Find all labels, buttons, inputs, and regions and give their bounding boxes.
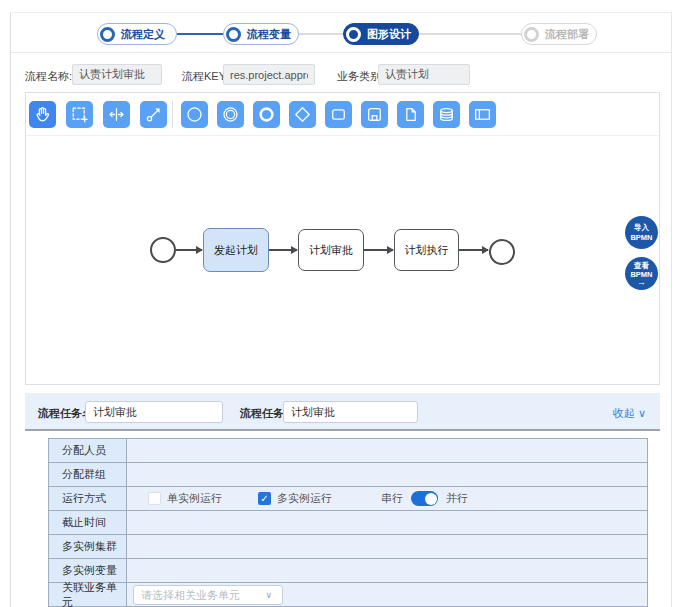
- sequence-flow-arrow[interactable]: [176, 249, 202, 251]
- bpmn-canvas-panel: 发起计划 计划审批 计划执行 导入 BPMN 查看 BPMN →: [25, 92, 660, 385]
- table-row-assignee: 分配人员: [49, 439, 647, 463]
- import-bpmn-label: 导入: [634, 223, 649, 232]
- end-event-icon[interactable]: [253, 101, 280, 128]
- header-divider: [11, 52, 671, 53]
- toolbar-separator: [172, 101, 173, 128]
- task-node-plan-execute[interactable]: 计划执行: [394, 229, 459, 271]
- process-key-input[interactable]: [223, 64, 315, 85]
- serial-parallel-toggle[interactable]: [411, 491, 438, 506]
- view-bpmn-button[interactable]: 查看 BPMN →: [625, 257, 658, 290]
- task-properties-table: 分配人员 分配群组 运行方式 单实例运行 ✓ 多实例运行 串行 并行 截止时间 …: [48, 438, 648, 607]
- arrow-right-icon: →: [637, 279, 646, 286]
- data-store-icon[interactable]: [433, 101, 460, 128]
- row-value[interactable]: [127, 511, 647, 534]
- sequence-flow-arrow[interactable]: [459, 249, 488, 251]
- step-process-definition[interactable]: 流程定义: [97, 23, 177, 45]
- collapse-label: 收起: [613, 407, 635, 419]
- table-row-run-mode: 运行方式 单实例运行 ✓ 多实例运行 串行 并行: [49, 487, 647, 511]
- page-right-border: [671, 12, 672, 607]
- table-row-business-unit: 关联业务单元 请选择相关业务单元 ∨: [49, 583, 647, 607]
- gateway-icon[interactable]: [289, 101, 316, 128]
- task-node-initiate-plan[interactable]: 发起计划: [203, 228, 269, 272]
- step-process-variables[interactable]: 流程变量: [223, 23, 299, 45]
- task-icon[interactable]: [325, 101, 352, 128]
- step-circle-icon: [226, 27, 241, 42]
- start-event-node[interactable]: [150, 237, 176, 263]
- import-bpmn-label: BPMN: [630, 233, 652, 242]
- task-node-label: 计划执行: [405, 243, 449, 258]
- row-label: 关联业务单元: [49, 583, 127, 606]
- table-row-multi-instance-collection: 多实例集群: [49, 535, 647, 559]
- step-connector: [419, 33, 521, 35]
- task-node-plan-approval[interactable]: 计划审批: [298, 229, 364, 271]
- table-row-deadline: 截止时间: [49, 511, 647, 535]
- collapse-link[interactable]: 收起 ∨: [613, 406, 646, 421]
- multi-instance-label: 多实例运行: [277, 491, 332, 506]
- row-value[interactable]: [127, 439, 647, 462]
- data-object-icon[interactable]: [397, 101, 424, 128]
- multi-instance-checkbox[interactable]: ✓: [258, 492, 271, 505]
- bpmn-toolbar: [26, 93, 659, 136]
- row-label: 分配群组: [49, 463, 127, 486]
- row-value[interactable]: [127, 463, 647, 486]
- select-placeholder: 请选择相关业务单元: [141, 588, 240, 603]
- table-row-multi-instance-variable: 多实例变量: [49, 559, 647, 583]
- process-name-input[interactable]: [72, 64, 162, 85]
- page-top-border: [10, 12, 671, 13]
- row-label: 运行方式: [49, 487, 127, 510]
- parallel-label: 并行: [446, 491, 468, 506]
- step-label: 流程变量: [247, 27, 291, 42]
- page-left-border: [10, 12, 11, 607]
- subprocess-icon[interactable]: [361, 101, 388, 128]
- hand-tool-icon[interactable]: [29, 101, 56, 128]
- step-graphic-design[interactable]: 图形设计: [343, 23, 419, 45]
- step-process-deploy[interactable]: 流程部署: [521, 23, 597, 45]
- business-category-input[interactable]: [378, 64, 470, 85]
- step-connector: [299, 33, 343, 35]
- view-bpmn-label: 查看: [634, 261, 649, 270]
- row-value[interactable]: [127, 559, 647, 582]
- end-event-node[interactable]: [489, 239, 515, 265]
- check-icon: ✓: [260, 493, 268, 504]
- chevron-down-icon: ∨: [638, 407, 646, 419]
- sequence-flow-arrow[interactable]: [364, 249, 393, 251]
- task-panel-header: 流程任务名称 流程任务Key 收起 ∨: [25, 393, 660, 431]
- process-name-label: 流程名称:: [25, 69, 72, 84]
- row-label: 多实例集群: [49, 535, 127, 558]
- row-value[interactable]: [127, 535, 647, 558]
- step-circle-icon: [524, 27, 539, 42]
- chevron-down-icon: ∨: [265, 590, 272, 600]
- single-instance-checkbox[interactable]: [148, 492, 161, 505]
- task-node-label: 发起计划: [214, 243, 258, 258]
- business-category-label: 业务类别:: [337, 69, 384, 84]
- table-row-groups: 分配群组: [49, 463, 647, 487]
- row-value: 单实例运行 ✓ 多实例运行 串行 并行: [127, 487, 647, 510]
- sequence-flow-arrow[interactable]: [269, 249, 297, 251]
- step-circle-icon: [100, 27, 115, 42]
- row-label: 分配人员: [49, 439, 127, 462]
- task-node-label: 计划审批: [309, 243, 353, 258]
- lasso-tool-icon[interactable]: [66, 101, 93, 128]
- step-label: 图形设计: [367, 27, 411, 42]
- single-instance-label: 单实例运行: [167, 491, 222, 506]
- intermediate-event-icon[interactable]: [217, 101, 244, 128]
- process-key-label: 流程KEY:: [182, 69, 228, 84]
- step-label: 流程定义: [121, 27, 165, 42]
- task-key-input[interactable]: [283, 401, 418, 423]
- step-circle-icon: [346, 27, 361, 42]
- step-label: 流程部署: [545, 27, 589, 42]
- serial-label: 串行: [381, 491, 403, 506]
- start-event-icon[interactable]: [181, 101, 208, 128]
- connect-tool-icon[interactable]: [140, 101, 167, 128]
- task-name-input[interactable]: [85, 401, 223, 423]
- row-value: 请选择相关业务单元 ∨: [127, 583, 647, 606]
- business-unit-select[interactable]: 请选择相关业务单元 ∨: [133, 585, 283, 605]
- step-connector: [177, 33, 223, 35]
- import-bpmn-button[interactable]: 导入 BPMN: [625, 216, 658, 249]
- row-label: 截止时间: [49, 511, 127, 534]
- participant-icon[interactable]: [469, 101, 496, 128]
- toggle-knob: [425, 493, 437, 505]
- space-tool-icon[interactable]: [103, 101, 130, 128]
